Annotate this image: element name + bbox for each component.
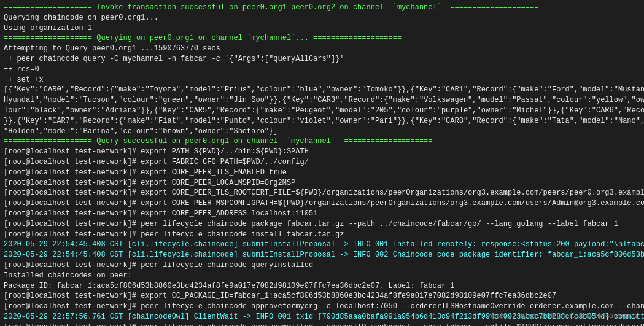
terminal-line: Querying chaincode on peer0.org1... [4,13,640,23]
terminal-content: ==================== Invoke transaction … [4,2,640,326]
terminal-line: ++ peer chaincode query -C mychannel -n … [4,54,640,64]
terminal-line: lour":"black","owner":"Adriana"}},{"Key"… [4,106,640,116]
terminal-line: [root@localhost test-network]# peer life… [4,301,640,312]
terminal-line: ==================== Query successful on… [4,136,640,147]
terminal-line: ==================== Querying on peer0.o… [4,33,640,44]
terminal-line: "Holden","model":"Barina","colour":"brow… [4,126,640,137]
terminal-line: [{"Key":"CAR0","Record":{"make":"Toyota"… [4,85,640,95]
terminal-line: Hyundai","model":"Tucson","colour":"gree… [4,95,640,106]
terminal-line: [root@localhost test-network]# export CO… [4,168,640,178]
terminal-line: [root@localhost test-network]# export CO… [4,209,640,219]
terminal-line: 2020-05-29 22:54:45.408 CST [cli.lifecyc… [4,239,640,250]
terminal-line: [root@localhost test-network]# export CO… [4,198,640,209]
terminal-line: [root@localhost test-network]# peer life… [4,322,640,326]
terminal-line: [root@localhost test-network]# peer life… [4,260,640,271]
terminal-line: [root@localhost test-network]# export CC… [4,291,640,301]
terminal-line: }},{"Key":"CAR7","Record":{"make":"Fiat"… [4,116,640,126]
terminal-line: ++ res=0 [4,64,640,75]
terminal-line: Installed chaincodes on peer: [4,271,640,281]
terminal-line: [root@localhost test-network]# export CO… [4,188,640,198]
terminal-line: Attempting to Query peer0.org1 ...159076… [4,44,640,54]
terminal-line: [root@localhost test-network]# export PA… [4,147,640,157]
watermark: https://blog.csdn.net/weixin_43839871 [488,312,638,321]
terminal-line: [root@localhost test-network]# export FA… [4,157,640,168]
terminal-line: 2020-05-29 22:54:45.408 CST [cli.lifecyc… [4,250,640,260]
terminal-line: Package ID: fabcar_1:aca5cf806d53b8860e3… [4,281,640,292]
terminal-line: [root@localhost test-network]# peer life… [4,219,640,230]
terminal-line: Using organization 1 [4,23,640,34]
terminal-line: [root@localhost test-network]# peer life… [4,230,640,240]
terminal-line: [root@localhost test-network]# export CO… [4,178,640,188]
terminal-line: ++ set +x [4,75,640,85]
terminal-window[interactable]: ==================== Invoke transaction … [0,0,644,326]
terminal-line: ==================== Invoke transaction … [4,2,640,13]
